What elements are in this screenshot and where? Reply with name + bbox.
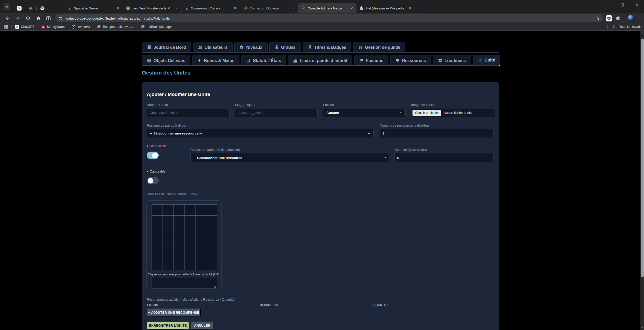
nav-tab-users[interactable]: Utilisateurs: [193, 42, 233, 52]
reload-button[interactable]: [24, 14, 32, 22]
grid-cell[interactable]: [185, 205, 195, 215]
subnav-tab-chart[interactable]: Statuts / États: [241, 55, 286, 66]
subnav-tab-gem[interactable]: Ressources: [390, 55, 431, 66]
grid-cell[interactable]: [206, 248, 217, 259]
bookmark-item[interactable]: ✳ChatGPT: [15, 25, 34, 29]
grid-cell[interactable]: [206, 226, 217, 237]
browser-tab[interactable]: Connexion | Covara✕: [240, 3, 298, 13]
close-tab-icon[interactable]: ✕: [116, 6, 120, 10]
destructible-toggle[interactable]: [147, 152, 159, 159]
grid-cell[interactable]: [185, 216, 195, 226]
choose-file-button[interactable]: Choisir un fichier: [412, 110, 441, 116]
bookmark-item[interactable]: InvokeAI: [72, 25, 90, 29]
minimize-button[interactable]: [603, 1, 613, 9]
back-button[interactable]: [4, 14, 11, 22]
tab-search-button[interactable]: [3, 3, 10, 10]
url-text[interactable]: galactic-pve-conquest-c7fe.dev.flatlogic…: [66, 16, 595, 20]
grid-cell[interactable]: [195, 216, 206, 226]
grid-cell[interactable]: [163, 205, 174, 215]
grid-cell[interactable]: [152, 216, 163, 226]
maximize-button[interactable]: [617, 1, 628, 9]
browser-tab[interactable]: Console Admin - Nexus✕: [298, 3, 356, 13]
grid-cell[interactable]: [163, 226, 174, 237]
scrollbar-thumb[interactable]: [641, 39, 644, 277]
page-scrollbar[interactable]: ▲ ▼: [640, 31, 644, 330]
grid-cell[interactable]: [152, 259, 163, 270]
grid-cell[interactable]: [195, 205, 206, 215]
grid-cell[interactable]: [152, 248, 163, 259]
extensions-puzzle-icon[interactable]: [615, 16, 621, 21]
grid-cell[interactable]: [163, 259, 174, 270]
grid-cell[interactable]: [152, 205, 163, 215]
bookmark-star-icon[interactable]: [595, 16, 600, 21]
capturable-toggle[interactable]: [147, 177, 159, 184]
side-panel-button[interactable]: [44, 14, 52, 22]
destruction-qty-input[interactable]: [394, 153, 493, 162]
grid-cell[interactable]: [163, 248, 174, 259]
browser-tab[interactable]: Spacebar Server✕: [64, 3, 123, 13]
grid-json-textarea[interactable]: [152, 278, 217, 289]
new-tab-button[interactable]: +: [417, 5, 424, 12]
address-bar[interactable]: galactic-pve-conquest-c7fe.dev.flatlogic…: [55, 14, 603, 22]
pinned-tab-gemini[interactable]: [26, 4, 35, 13]
close-tab-icon[interactable]: ✕: [350, 6, 354, 10]
grid-cell[interactable]: [185, 237, 195, 248]
close-tab-icon[interactable]: ✕: [233, 6, 237, 10]
grid-cell[interactable]: [185, 248, 195, 259]
scrollbar-down-arrow[interactable]: ▼: [640, 326, 644, 330]
bookmark-item[interactable]: mdBook Manager: [141, 25, 172, 29]
nav-tab-book[interactable]: Journal de Bord: [142, 42, 191, 52]
nav-tab-layers[interactable]: Niveaux: [234, 42, 267, 52]
site-settings-icon[interactable]: [58, 16, 63, 21]
subnav-tab-flag[interactable]: Factions: [354, 55, 388, 66]
grid-cell[interactable]: [163, 216, 174, 226]
subnav-tab-jet[interactable]: Unité: [473, 55, 500, 66]
unit-slug-input[interactable]: [235, 108, 318, 117]
home-button[interactable]: [34, 14, 42, 22]
subnav-tab-city[interactable]: Lieux et points d’intérêt: [288, 55, 352, 66]
grid-cell[interactable]: [152, 237, 163, 248]
pinned-tab-wordpress[interactable]: W: [38, 4, 47, 13]
grid-cell[interactable]: [206, 237, 217, 248]
grid-cell[interactable]: [185, 259, 195, 270]
save-unit-button[interactable]: ENREGISTRER L’UNITÉ: [147, 322, 189, 329]
bookmark-item[interactable]: Text generation web...: [97, 25, 134, 29]
grid-cell[interactable]: [174, 248, 184, 259]
grid-cell[interactable]: [195, 248, 206, 259]
all-bookmarks[interactable]: Tous les favoris: [604, 25, 641, 29]
grid-cell[interactable]: [206, 205, 217, 215]
grid-cell[interactable]: [152, 226, 163, 237]
nav-tab-medal[interactable]: Grades: [269, 42, 301, 52]
close-window-button[interactable]: [631, 1, 642, 9]
forward-button[interactable]: [14, 14, 21, 22]
subnav-tab-globe[interactable]: Objets Célestes: [142, 55, 190, 66]
bookmark-item[interactable]: MoneyGram: [41, 25, 65, 29]
extension-button[interactable]: [606, 15, 612, 21]
unit-name-input[interactable]: [147, 108, 229, 117]
grid-cell[interactable]: [163, 237, 174, 248]
grid-cell[interactable]: [174, 237, 184, 248]
cancel-button[interactable]: ANNULER: [191, 322, 213, 329]
apps-grid-icon[interactable]: [4, 25, 8, 29]
grid-cell[interactable]: [174, 205, 184, 215]
browser-tab[interactable]: Connexion | Covara✕: [181, 3, 240, 13]
grid-cell[interactable]: [195, 226, 206, 237]
subnav-tab-box[interactable]: Lootboxes: [433, 55, 471, 66]
cost-resource-select[interactable]: -- Sélectionner une ressource --: [147, 129, 374, 138]
grid-cell[interactable]: [195, 259, 206, 270]
profile-avatar[interactable]: [628, 15, 635, 22]
grid-cell[interactable]: [185, 226, 195, 237]
nav-tab-building[interactable]: Gestion de guilde: [353, 42, 405, 52]
unit-image-file-input[interactable]: Choisir un fichier Aucun fichier choisi: [411, 108, 495, 117]
browser-tab[interactable]: WHel (déesse) — Wikipédia✕: [356, 3, 415, 13]
grid-cell[interactable]: [174, 226, 184, 237]
grid-cell[interactable]: [174, 216, 184, 226]
close-tab-icon[interactable]: ✕: [291, 6, 296, 10]
browser-tab[interactable]: Les Neuf Mondes de la Mythol...✕: [123, 3, 181, 13]
grid-cell[interactable]: [174, 259, 184, 270]
faction-select[interactable]: Aucune: [323, 108, 406, 117]
pinned-tab-chatgpt[interactable]: ✳: [15, 4, 24, 13]
menu-kebab-icon[interactable]: ⋮: [638, 16, 642, 21]
grid-cell[interactable]: [195, 237, 206, 248]
destruction-resource-select[interactable]: -- Sélectionner une ressource --: [190, 153, 389, 162]
